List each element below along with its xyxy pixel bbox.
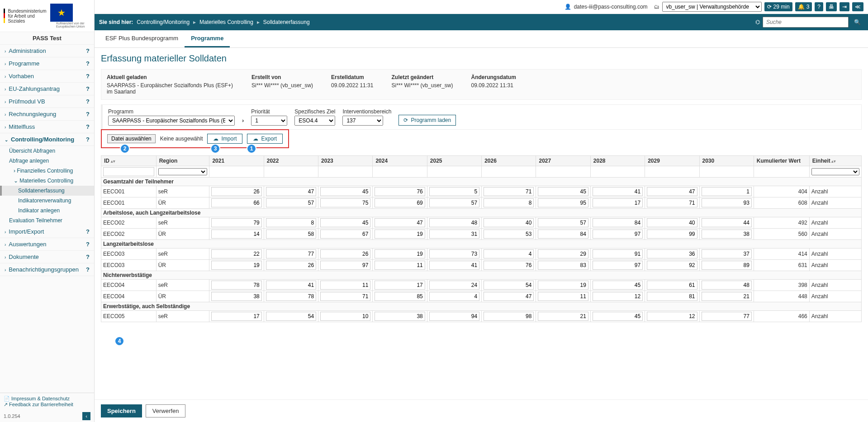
cell-input-1-1-4[interactable] (429, 230, 479, 239)
cell-input-0-1-8[interactable] (647, 198, 697, 207)
col-2030[interactable]: 2030 (699, 156, 754, 166)
cell-input-2-0-3[interactable] (375, 249, 425, 258)
cell-input-3-0-2[interactable] (320, 281, 370, 290)
cell-input-1-1-8[interactable] (647, 230, 697, 239)
save-button[interactable]: Speichern (101, 404, 142, 417)
cell-input-1-0-1[interactable] (266, 218, 316, 227)
nav-item-1[interactable]: ›Programme? (0, 57, 94, 70)
cell-input-1-1-0[interactable] (211, 230, 261, 239)
help-icon[interactable]: ? (86, 266, 90, 273)
sub-uebersicht[interactable]: Übersicht Abfragen (0, 146, 94, 156)
cell-input-3-1-7[interactable] (593, 292, 643, 301)
cell-input-0-0-4[interactable] (429, 187, 479, 196)
cell-input-0-1-4[interactable] (429, 198, 479, 207)
cell-input-3-0-9[interactable] (702, 281, 752, 290)
cell-input-2-1-4[interactable] (429, 261, 479, 270)
nav-item-4[interactable]: ›Prüfmodul VB? (0, 95, 94, 108)
col-einheit[interactable]: Einheit (809, 156, 861, 166)
help-icon[interactable]: ? (86, 47, 90, 54)
col-2022[interactable]: 2022 (264, 156, 318, 166)
col-2023[interactable]: 2023 (318, 156, 373, 166)
impressum-link[interactable]: 📄 Impressum & Datenschutz (4, 396, 90, 402)
sidebar-collapse-button[interactable]: ‹ (82, 412, 90, 420)
cell-input-0-1-6[interactable] (538, 198, 588, 207)
filter-region[interactable] (158, 168, 208, 175)
cell-input-1-0-9[interactable] (702, 218, 752, 227)
nav-item-9[interactable]: ›Auswertungen? (0, 238, 94, 251)
cell-input-3-0-7[interactable] (593, 281, 643, 290)
col-id[interactable]: ID (101, 156, 157, 166)
cell-input-2-1-8[interactable] (647, 261, 697, 270)
cell-input-3-1-4[interactable] (429, 292, 479, 301)
cell-input-2-1-3[interactable] (375, 261, 425, 270)
help-icon[interactable]: ? (86, 85, 90, 92)
cell-input-2-0-1[interactable] (266, 249, 316, 258)
import-button[interactable]: ☁Import (207, 134, 242, 144)
cell-input-1-1-9[interactable] (702, 230, 752, 239)
cell-input-0-0-9[interactable] (702, 187, 752, 196)
sub-anlegen[interactable]: Abfrage anlegen (0, 156, 94, 166)
col-2027[interactable]: 2027 (536, 156, 590, 166)
load-programm-button[interactable]: ⟳Programm laden (398, 115, 456, 126)
cell-input-3-1-3[interactable] (375, 292, 425, 301)
cell-input-4-0-9[interactable] (702, 312, 752, 321)
cell-input-3-1-6[interactable] (538, 292, 588, 301)
cell-input-1-0-0[interactable] (211, 218, 261, 227)
cell-input-3-1-0[interactable] (211, 292, 261, 301)
cell-input-2-1-0[interactable] (211, 261, 261, 270)
col-2021[interactable]: 2021 (209, 156, 264, 166)
cell-input-0-0-7[interactable] (593, 187, 643, 196)
cell-input-2-0-9[interactable] (702, 249, 752, 258)
feedback-link[interactable]: ↗ Feedback zur Barrierefreiheit (4, 402, 90, 408)
sitemap-icon[interactable]: ⌬ (755, 19, 760, 25)
cell-input-4-0-1[interactable] (266, 312, 316, 321)
notifications-button[interactable]: 🔔 3 (795, 2, 812, 11)
export-button[interactable]: ☁Export (247, 134, 283, 144)
cell-input-2-0-4[interactable] (429, 249, 479, 258)
cell-input-2-1-5[interactable] (484, 261, 534, 270)
cell-input-1-0-6[interactable] (538, 218, 588, 227)
cell-input-4-0-7[interactable] (593, 312, 643, 321)
cell-input-0-1-5[interactable] (484, 198, 534, 207)
cell-input-3-1-9[interactable] (702, 292, 752, 301)
col-2025[interactable]: 2025 (427, 156, 481, 166)
nav-item-7[interactable]: ⌄Controlling/Monitoring? (0, 133, 94, 146)
cell-input-3-1-5[interactable] (484, 292, 534, 301)
help-icon[interactable]: ? (86, 60, 90, 67)
nav-item-3[interactable]: ›EU-Zahlungsantrag? (0, 83, 94, 95)
cell-input-0-0-8[interactable] (647, 187, 697, 196)
cell-input-1-0-8[interactable] (647, 218, 697, 227)
cell-input-3-0-8[interactable] (647, 281, 697, 290)
logout-button[interactable]: ⇥ (840, 2, 849, 11)
nav-item-11[interactable]: ›Benachrichtigungsgruppen? (0, 263, 94, 276)
col-2026[interactable]: 2026 (482, 156, 536, 166)
sub-fin[interactable]: › Finanzielles Controlling (0, 166, 94, 176)
prio-select[interactable]: 1 (251, 116, 287, 126)
cell-input-0-0-5[interactable] (484, 187, 534, 196)
col-2028[interactable]: 2028 (590, 156, 645, 166)
help-icon[interactable]: ? (86, 136, 90, 143)
cell-input-2-0-6[interactable] (538, 249, 588, 258)
cell-input-2-0-8[interactable] (647, 249, 697, 258)
cell-input-0-1-1[interactable] (266, 198, 316, 207)
cell-input-0-0-0[interactable] (211, 187, 261, 196)
ziel-select[interactable]: ESO4.4 (294, 116, 335, 126)
cell-input-0-0-2[interactable] (320, 187, 370, 196)
bereich-select[interactable]: 137 (342, 116, 383, 126)
help-icon[interactable]: ? (86, 253, 90, 260)
filter-einheit[interactable] (811, 168, 859, 175)
cell-input-2-0-5[interactable] (484, 249, 534, 258)
help-icon[interactable]: ? (86, 73, 90, 80)
cell-input-1-1-2[interactable] (320, 230, 370, 239)
cell-input-0-1-0[interactable] (211, 198, 261, 207)
cell-input-1-1-7[interactable] (593, 230, 643, 239)
cell-input-3-0-5[interactable] (484, 281, 534, 290)
sub-eval[interactable]: Evaluation Teilnehmer (0, 216, 94, 225)
search-input[interactable] (763, 17, 849, 28)
cell-input-2-1-2[interactable] (320, 261, 370, 270)
help-icon[interactable]: ? (86, 241, 90, 248)
cell-input-4-0-6[interactable] (538, 312, 588, 321)
cell-input-1-1-3[interactable] (375, 230, 425, 239)
cell-input-1-0-3[interactable] (375, 218, 425, 227)
col-kum[interactable]: Kumulierter Wert (754, 156, 809, 166)
